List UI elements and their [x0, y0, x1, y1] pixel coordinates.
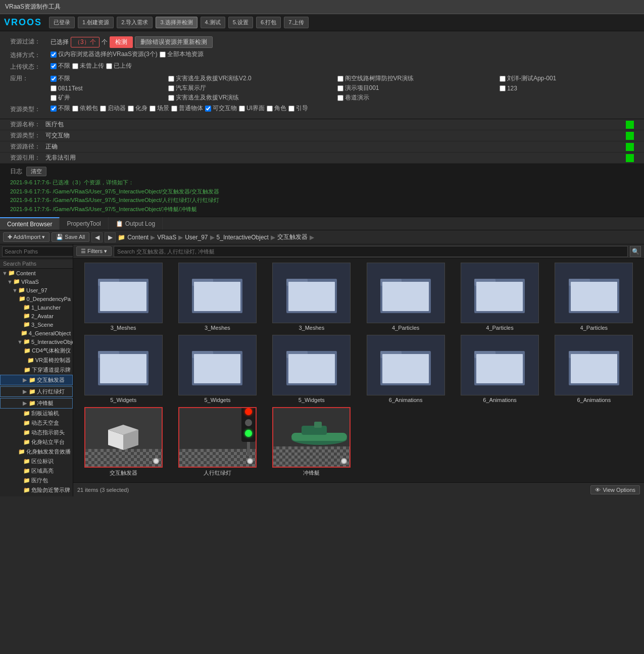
tab-content-browser[interactable]: Content Browser — [0, 217, 60, 230]
folder-4particles-1[interactable]: 4_Particles — [360, 263, 452, 333]
search-input[interactable] — [2, 246, 73, 257]
check-button[interactable]: 检测 — [110, 36, 133, 48]
folder-4particles-2[interactable]: 4_Particles — [454, 263, 546, 333]
tree-node-interactive-obj[interactable]: ▼ 📁 5_InteractiveObje — [0, 337, 73, 346]
nav-btn-test[interactable]: 4.测试 — [201, 17, 225, 28]
sidebar-search-bar: 🔍 ⊞ — [0, 244, 73, 259]
tree-node-position[interactable]: 📁 区位标识 — [0, 457, 73, 466]
apply-0811[interactable]: 0811Test — [51, 84, 160, 92]
apply-mine[interactable]: 矿井 — [51, 93, 160, 102]
delete-recheck-button[interactable]: 删除错误资源并重新检测 — [135, 36, 213, 48]
type-launcher[interactable]: 启动器 — [100, 104, 126, 113]
content-search-input[interactable] — [114, 246, 628, 257]
folder-5widgets-2[interactable]: 5_Widgets — [171, 335, 263, 405]
asset-traffic-light[interactable]: 人行红绿灯 — [171, 407, 263, 479]
select-mode-vr-checkbox[interactable]: 仅内容浏览器选择的VRaaS资源(3个) — [51, 50, 158, 59]
tree-node-medical[interactable]: 📁 医疗包 — [0, 476, 73, 485]
apply-liuyang[interactable]: 刘洋-测试App-001 — [500, 74, 634, 83]
log-title: 日志 — [10, 167, 22, 176]
folder-6anim-1[interactable]: 6_Animations — [360, 335, 452, 405]
tree-node-arrow[interactable]: 📁 动态指示箭头 — [0, 428, 73, 437]
apply-car-show[interactable]: 汽车展示厅 — [168, 84, 329, 92]
svg-rect-41 — [302, 426, 327, 435]
asset-speedboat[interactable]: 冲锋艇 — [266, 407, 358, 479]
folder-4particles-3[interactable]: 4_Particles — [548, 263, 640, 333]
nav-btn-pack[interactable]: 6.打包 — [256, 17, 281, 28]
folder-5widgets-1[interactable]: 5_Widgets — [77, 335, 169, 405]
nav-btn-import[interactable]: 2.导入需求 — [117, 17, 153, 28]
folder-3meshes-2[interactable]: 3_Meshes — [171, 263, 263, 333]
asset-trigger[interactable]: 交互触发器 — [77, 407, 169, 479]
content-search-button[interactable]: 🔍 — [630, 246, 641, 257]
type-interactive[interactable]: 可交互物 — [205, 104, 237, 113]
type-general[interactable]: 普通物体 — [171, 104, 203, 113]
view-options-button[interactable]: 👁 View Options — [590, 485, 640, 494]
tree-node-region-highlight[interactable]: 📁 区域高亮 — [0, 466, 73, 476]
tree-node-scraper[interactable]: 📁 刮板运输机 — [0, 409, 73, 418]
breadcrumb-content[interactable]: Content — [127, 234, 148, 241]
apply-aerial-line[interactable]: 阁空线路树障防控VR演练 — [337, 74, 491, 83]
tree-node-traffic-light[interactable]: ▶ 📁 人行红绿灯 — [0, 386, 73, 397]
tree-node-trigger[interactable]: ▶ 📁 交互触发器 — [0, 375, 73, 385]
breadcrumb-vraas[interactable]: VRaaS — [157, 234, 176, 241]
type-dependency[interactable]: 依赖包 — [72, 104, 98, 113]
add-import-button[interactable]: ✚ Add/Import ▾ — [3, 232, 49, 242]
breadcrumb-user97[interactable]: User_97 — [185, 234, 208, 241]
nav-btn-settings[interactable]: 5.设置 — [228, 17, 253, 28]
tree-node-speedboat[interactable]: ▶ 📁 冲锋艇 — [0, 398, 73, 409]
apply-tunnel[interactable]: 巷道演示 — [337, 93, 491, 102]
tree-node-platform[interactable]: 📁 化身站立平台 — [0, 437, 73, 447]
tree-node-scene[interactable]: 📁 3_Scene — [0, 320, 73, 329]
nav-btn-logged-in[interactable]: 已登录 — [49, 17, 75, 28]
tree-node-vr-chair[interactable]: 📁 VR蛋椅控制器 — [0, 356, 73, 365]
tree-node-launcher[interactable]: 📁 1_Launcher — [0, 303, 73, 312]
tree-node-underpass[interactable]: 📁 下穿通道提示牌 — [0, 365, 73, 375]
tree-node-general[interactable]: 📁 4_GeneralObject — [0, 329, 73, 337]
type-scene[interactable]: 场景 — [150, 104, 169, 113]
apply-demo[interactable]: 演示项目001 — [337, 84, 491, 92]
tree-node-fan[interactable]: 📁 双风机 — [0, 495, 73, 496]
folder-label: 4_Particles — [580, 325, 608, 331]
breadcrumb-trigger[interactable]: 交互触发器 — [277, 233, 308, 241]
tree-node-user97[interactable]: ▼ 📁 User_97 — [0, 286, 73, 294]
filters-button[interactable]: ☰ Filters ▾ — [76, 246, 112, 256]
tree-node-dependency[interactable]: 📁 0_DependencyPa — [0, 294, 73, 303]
type-guide[interactable]: 引导 — [288, 104, 308, 113]
type-role[interactable]: 角色 — [267, 104, 286, 113]
nav-btn-upload[interactable]: 7.上传 — [284, 17, 309, 28]
tree-node-vraas[interactable]: ▼ 📁 VRaaS — [0, 277, 73, 286]
upload-unlimited-checkbox[interactable]: 不限 — [51, 62, 70, 70]
folder-5widgets-3[interactable]: 5_Widgets — [266, 335, 358, 405]
tree-node-sky[interactable]: 📁 动态天空盒 — [0, 418, 73, 428]
tab-property-tool[interactable]: PropertyTool — [60, 217, 108, 230]
asset-type-indicator — [626, 132, 634, 140]
tree-node-avatar[interactable]: 📁 2_Avatar — [0, 312, 73, 320]
type-ui[interactable]: UI界面 — [239, 104, 265, 113]
tab-output-log[interactable]: 📋 Output Log — [109, 217, 163, 230]
folder-6anim-3[interactable]: 6_Animations — [548, 335, 640, 405]
apply-123[interactable]: 123 — [500, 84, 634, 92]
nav-btn-select-check[interactable]: 3.选择并检测 — [156, 17, 197, 28]
log-clear-button[interactable]: 清空 — [26, 167, 46, 176]
tree-node-cd4[interactable]: 📁 CD4气体检测仪 — [0, 346, 73, 356]
folder-3meshes-3[interactable]: 3_Meshes — [266, 263, 358, 333]
nav-back-button[interactable]: ◀ — [91, 232, 103, 242]
upload-done-checkbox[interactable]: 已上传 — [106, 62, 132, 70]
svg-rect-42 — [314, 422, 322, 428]
tree-node-avatar-sound[interactable]: 📁 化身触发发音效播 — [0, 447, 73, 457]
type-unlimited[interactable]: 不限 — [51, 104, 70, 113]
nav-forward-button[interactable]: ▶ — [105, 232, 116, 242]
select-mode-all-checkbox[interactable]: 全部本地资源 — [160, 50, 204, 59]
upload-never-checkbox[interactable]: 未曾上传 — [72, 62, 104, 70]
breadcrumb-interactive[interactable]: 5_InteractiveObject — [217, 234, 269, 241]
tree-node-content[interactable]: ▼ 📁 Content — [0, 269, 73, 277]
apply-disaster-v1[interactable]: 灾害逃生及救援VR演练 — [168, 93, 329, 102]
save-all-button[interactable]: 💾 Save All — [52, 232, 89, 242]
nav-btn-create[interactable]: 1.创建资源 — [78, 17, 114, 28]
folder-6anim-2[interactable]: 6_Animations — [454, 335, 546, 405]
apply-disaster-rescue[interactable]: 灾害逃生及救援VR演练V2.0 — [168, 74, 329, 83]
tree-node-danger[interactable]: 📁 危险勿近警示牌 — [0, 485, 73, 495]
apply-unlimited[interactable]: 不限 — [51, 74, 160, 83]
type-avatar[interactable]: 化身 — [128, 104, 147, 113]
folder-3meshes-1[interactable]: 3_Meshes — [77, 263, 169, 333]
